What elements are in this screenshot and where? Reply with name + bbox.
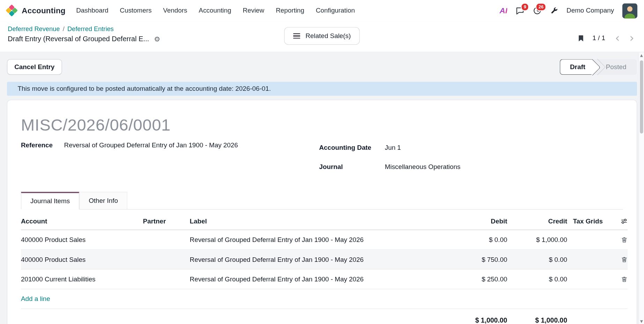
activities-count-badge: 26 <box>536 3 547 11</box>
gear-icon[interactable]: ⚙ <box>154 35 160 43</box>
related-sales-button[interactable]: Related Sale(s) <box>284 27 360 45</box>
top-nav: Accounting Dashboard Customers Vendors A… <box>0 0 644 21</box>
user-avatar[interactable] <box>622 3 638 19</box>
breadcrumb-separator: / <box>63 25 65 33</box>
messages-count-badge: 9 <box>521 3 529 11</box>
notebook-tabs: Journal Items Other Info <box>21 192 623 210</box>
header-debit: Debit <box>450 218 507 225</box>
menu-item-accounting[interactable]: Accounting <box>199 7 231 14</box>
status-bar: Cancel Entry Draft Posted <box>7 59 637 75</box>
state-widget: Draft Posted <box>560 59 637 75</box>
move-name: MISC/2026/06/0001 <box>21 116 623 134</box>
delete-row-icon[interactable] <box>621 256 628 263</box>
cell-account[interactable]: 201000 Current Liabilities <box>21 275 143 283</box>
app-window: Accounting Dashboard Customers Vendors A… <box>0 0 644 324</box>
table-header-row: Account Partner Label Debit Credit Tax G… <box>21 213 628 230</box>
header-tax-grids: Tax Grids <box>567 218 606 225</box>
menu-item-reporting[interactable]: Reporting <box>276 7 304 14</box>
header-partner: Partner <box>143 218 190 225</box>
app-title: Accounting <box>22 6 65 15</box>
cell-debit[interactable]: $ 0.00 <box>450 236 507 243</box>
header-label: Label <box>190 218 450 225</box>
breadcrumb-link-deferred-revenue[interactable]: Deferred Revenue <box>8 25 60 33</box>
page-title: Draft Entry (Reversal of Grouped Deferra… <box>8 35 149 43</box>
cell-account[interactable]: 400000 Product Sales <box>21 256 143 263</box>
cell-credit[interactable]: $ 0.00 <box>507 256 567 263</box>
tab-journal-items[interactable]: Journal Items <box>21 192 79 210</box>
company-name[interactable]: Demo Company <box>567 7 614 14</box>
vertical-scrollbar[interactable]: ▲ ▼ <box>639 53 644 324</box>
cell-label[interactable]: Reversal of Grouped Deferral Entry of Ja… <box>190 275 450 283</box>
journal-field[interactable]: Miscellaneous Operations <box>385 163 461 170</box>
delete-row-icon[interactable] <box>621 276 628 282</box>
delete-row-icon[interactable] <box>621 236 628 243</box>
optional-columns-icon[interactable] <box>621 218 628 225</box>
form-fields: Reference Reversal of Grouped Deferral E… <box>21 142 623 173</box>
journal-label: Journal <box>319 163 385 170</box>
cell-label[interactable]: Reversal of Grouped Deferral Entry of Ja… <box>190 256 450 263</box>
totals-row: $ 1,000.00 $ 1,000.00 <box>21 309 628 324</box>
form-sheet: MISC/2026/06/0001 Reference Reversal of … <box>7 100 637 324</box>
bookmark-icon[interactable] <box>577 34 585 43</box>
pager-previous-button[interactable]: ‹ <box>613 34 622 43</box>
reference-field[interactable]: Reversal of Grouped Deferral Entry of Ja… <box>64 142 238 149</box>
table-row: 400000 Product Sales Reversal of Grouped… <box>21 250 628 269</box>
pager-counter: 1 / 1 <box>592 35 605 42</box>
reference-label: Reference <box>21 142 64 149</box>
add-line-row: Add a line <box>21 289 628 309</box>
hamburger-icon <box>293 33 300 39</box>
main-menu: Dashboard Customers Vendors Accounting R… <box>76 7 355 14</box>
journal-items-table: Account Partner Label Debit Credit Tax G… <box>21 213 628 324</box>
pager: 1 / 1 ‹ › <box>577 34 637 43</box>
pager-next-button[interactable]: › <box>627 34 637 43</box>
add-a-line-link[interactable]: Add a line <box>21 295 50 302</box>
menu-item-customers[interactable]: Customers <box>120 7 151 14</box>
app-switcher[interactable]: Accounting <box>6 5 65 17</box>
table-row: 201000 Current Liabilities Reversal of G… <box>21 270 628 289</box>
cell-debit[interactable]: $ 750.00 <box>450 256 507 263</box>
cell-account[interactable]: 400000 Product Sales <box>21 236 143 243</box>
scroll-up-icon[interactable]: ▲ <box>640 53 643 59</box>
messages-button[interactable]: 9 <box>516 6 525 15</box>
table-row: 400000 Product Sales Reversal of Grouped… <box>21 230 628 250</box>
app-logo-icon <box>6 5 18 17</box>
tools-button[interactable] <box>550 7 558 15</box>
wrench-icon <box>550 7 558 15</box>
state-draft[interactable]: Draft <box>560 59 593 75</box>
accounting-date-field[interactable]: Jun 1 <box>385 144 401 152</box>
accounting-date-label: Accounting Date <box>319 144 385 152</box>
form-view: Cancel Entry Draft Posted This move is c… <box>0 53 644 324</box>
auto-post-info-banner: This move is configured to be posted aut… <box>7 82 637 96</box>
activities-button[interactable]: 26 <box>533 6 542 15</box>
scrollbar-track[interactable] <box>639 59 644 318</box>
menu-item-dashboard[interactable]: Dashboard <box>76 7 108 14</box>
scrollbar-thumb[interactable] <box>640 60 643 133</box>
total-debit: $ 1,000.00 <box>450 316 507 324</box>
cell-credit[interactable]: $ 1,000.00 <box>507 236 567 243</box>
cancel-entry-button[interactable]: Cancel Entry <box>7 59 62 75</box>
tab-other-info[interactable]: Other Info <box>79 192 127 209</box>
cell-credit[interactable]: $ 0.00 <box>507 275 567 283</box>
breadcrumb-link-deferred-entries[interactable]: Deferred Entries <box>67 25 114 33</box>
nav-systray: AI 9 26 Demo Company <box>499 3 637 19</box>
ai-assistant-icon[interactable]: AI <box>499 6 507 15</box>
header-credit: Credit <box>507 218 567 225</box>
menu-item-review[interactable]: Review <box>243 7 264 14</box>
cell-label[interactable]: Reversal of Grouped Deferral Entry of Ja… <box>190 236 450 243</box>
scroll-down-icon[interactable]: ▼ <box>640 318 643 324</box>
control-panel: Deferred Revenue / Deferred Entries Draf… <box>0 21 644 52</box>
cell-debit[interactable]: $ 250.00 <box>450 275 507 283</box>
header-account: Account <box>21 218 143 225</box>
related-sales-label: Related Sale(s) <box>305 32 351 39</box>
menu-item-vendors[interactable]: Vendors <box>163 7 187 14</box>
total-credit: $ 1,000.00 <box>507 316 567 324</box>
menu-item-configuration[interactable]: Configuration <box>316 7 355 14</box>
